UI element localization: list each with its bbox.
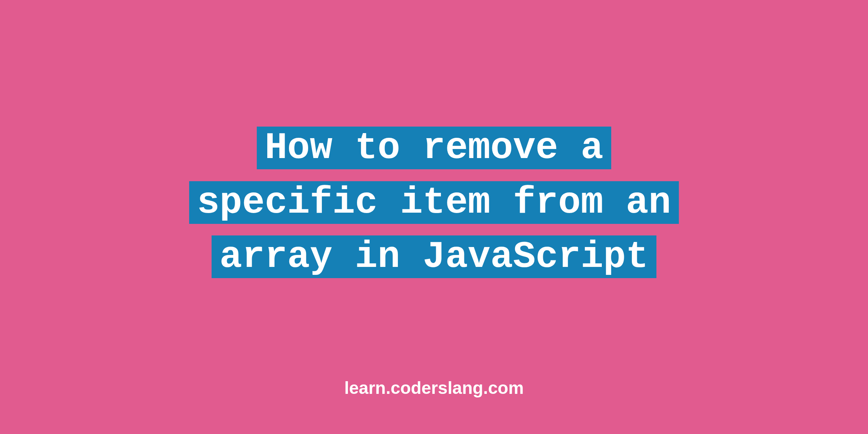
- page-title: How to remove a specific item from an ar…: [189, 127, 679, 278]
- footer-text: learn.coderslang.com: [344, 378, 524, 397]
- title-line-3: array in JavaScript: [212, 235, 656, 278]
- title-line-2: specific item from an: [189, 181, 679, 224]
- title-container: How to remove a specific item from an ar…: [189, 121, 679, 284]
- footer: learn.coderslang.com: [0, 378, 868, 398]
- title-line-1: How to remove a: [257, 127, 611, 169]
